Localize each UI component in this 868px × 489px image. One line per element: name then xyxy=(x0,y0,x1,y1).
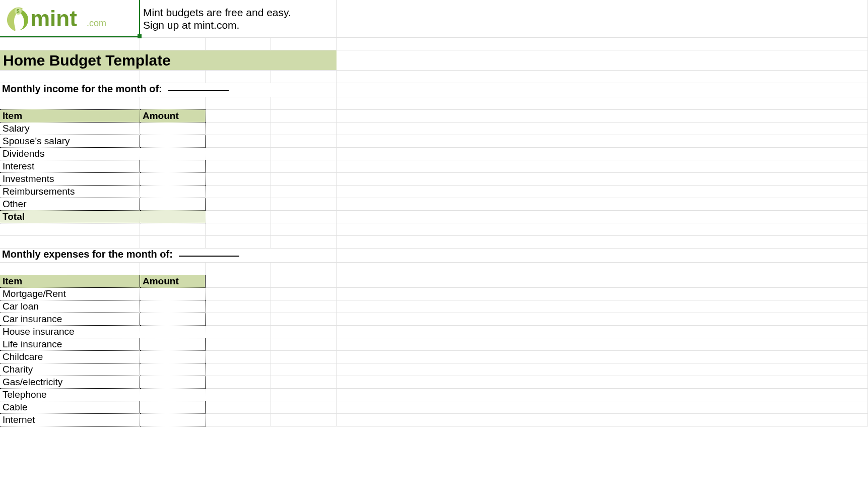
item-cell[interactable]: Life insurance xyxy=(0,338,140,351)
table-row[interactable]: Spouse's salary xyxy=(0,135,868,148)
table-header-row: ItemAmount xyxy=(0,275,868,288)
mint-logo-icon: $ mint .com xyxy=(2,3,118,33)
header-item: Item xyxy=(0,275,140,288)
amount-cell[interactable] xyxy=(140,147,206,160)
spacer-row[interactable] xyxy=(0,71,868,83)
item-cell[interactable]: Investments xyxy=(0,172,140,186)
spacer-row[interactable] xyxy=(0,223,868,236)
amount-cell[interactable] xyxy=(140,388,206,401)
header-amount: Amount xyxy=(140,275,206,288)
income-section-label: Monthly income for the month of: xyxy=(0,83,271,97)
amount-cell[interactable] xyxy=(140,325,206,338)
item-cell[interactable]: Interest xyxy=(0,160,140,173)
table-row[interactable]: Gas/electricity xyxy=(0,376,868,389)
table-row[interactable]: Internet xyxy=(0,414,868,426)
header-rest[interactable] xyxy=(337,0,868,37)
amount-cell[interactable] xyxy=(140,350,206,363)
table-row[interactable]: Charity xyxy=(0,363,868,376)
amount-cell[interactable] xyxy=(140,287,206,300)
table-row[interactable]: Childcare xyxy=(0,351,868,363)
amount-cell[interactable] xyxy=(140,376,206,389)
income-section-label-row: Monthly income for the month of: xyxy=(0,83,868,97)
amount-cell[interactable] xyxy=(140,313,206,326)
selection-handle-icon[interactable] xyxy=(138,34,142,38)
table-total-row: Total xyxy=(0,211,868,223)
spreadsheet: $ mint .com Mint budgets are free and ea… xyxy=(0,0,868,426)
table-row[interactable]: Car insurance xyxy=(0,313,868,326)
income-table: ItemAmountSalarySpouse's salaryDividends… xyxy=(0,110,868,223)
amount-cell[interactable] xyxy=(140,413,206,426)
income-month-blank[interactable] xyxy=(168,90,229,91)
spacer-row[interactable] xyxy=(0,38,868,50)
logo-cell[interactable]: $ mint .com xyxy=(0,0,140,37)
title-row: Home Budget Template xyxy=(0,50,868,71)
svg-text:mint: mint xyxy=(30,6,77,31)
total-label: Total xyxy=(0,210,140,223)
table-row[interactable]: Salary xyxy=(0,123,868,135)
page-title: Home Budget Template xyxy=(0,50,337,70)
table-row[interactable]: Mortgage/Rent xyxy=(0,288,868,300)
table-row[interactable]: Investments xyxy=(0,173,868,186)
table-row[interactable]: Dividends xyxy=(0,148,868,160)
svg-text:$: $ xyxy=(17,9,20,14)
tagline-line2: Sign up at mint.com. xyxy=(143,19,336,31)
amount-cell[interactable] xyxy=(140,198,206,211)
expenses-section-label: Monthly expenses for the month of: xyxy=(0,249,271,262)
table-row[interactable]: Reimbursements xyxy=(0,186,868,198)
tagline-line1: Mint budgets are free and easy. xyxy=(143,6,336,19)
amount-cell[interactable] xyxy=(140,160,206,173)
item-cell[interactable]: Car insurance xyxy=(0,313,140,326)
table-row[interactable]: Interest xyxy=(0,160,868,173)
income-label-text: Monthly income for the month of: xyxy=(2,83,162,95)
table-row[interactable]: Other xyxy=(0,198,868,211)
item-cell[interactable]: Dividends xyxy=(0,147,140,160)
amount-cell[interactable] xyxy=(140,363,206,376)
amount-cell[interactable] xyxy=(140,300,206,313)
amount-cell[interactable] xyxy=(140,172,206,186)
table-row[interactable]: House insurance xyxy=(0,326,868,338)
item-cell[interactable]: Mortgage/Rent xyxy=(0,287,140,300)
total-amount[interactable] xyxy=(140,210,206,223)
spacer-row[interactable] xyxy=(0,263,868,275)
item-cell[interactable]: Childcare xyxy=(0,350,140,363)
table-row[interactable]: Life insurance xyxy=(0,338,868,351)
item-cell[interactable]: Car loan xyxy=(0,300,140,313)
table-row[interactable]: Cable xyxy=(0,401,868,414)
item-cell[interactable]: Charity xyxy=(0,363,140,376)
spacer-row[interactable] xyxy=(0,97,868,110)
expenses-section-label-row: Monthly expenses for the month of: xyxy=(0,249,868,263)
table-row[interactable]: Telephone xyxy=(0,389,868,401)
expenses-label-text: Monthly expenses for the month of: xyxy=(2,249,173,260)
header-item: Item xyxy=(0,109,140,123)
table-header-row: ItemAmount xyxy=(0,110,868,123)
amount-cell[interactable] xyxy=(140,401,206,414)
amount-cell[interactable] xyxy=(140,338,206,351)
header-amount: Amount xyxy=(140,109,206,123)
item-cell[interactable]: Salary xyxy=(0,122,140,135)
item-cell[interactable]: Gas/electricity xyxy=(0,376,140,389)
spacer-row[interactable] xyxy=(0,236,868,249)
table-row[interactable]: Car loan xyxy=(0,300,868,313)
item-cell[interactable]: Cable xyxy=(0,401,140,414)
tagline-cell: Mint budgets are free and easy. Sign up … xyxy=(140,0,337,37)
item-cell[interactable]: Spouse's salary xyxy=(0,135,140,148)
amount-cell[interactable] xyxy=(140,135,206,148)
expenses-month-blank[interactable] xyxy=(179,256,239,257)
item-cell[interactable]: Other xyxy=(0,198,140,211)
item-cell[interactable]: Telephone xyxy=(0,388,140,401)
amount-cell[interactable] xyxy=(140,185,206,198)
item-cell[interactable]: House insurance xyxy=(0,325,140,338)
expenses-table: ItemAmountMortgage/RentCar loanCar insur… xyxy=(0,275,868,426)
header-row: $ mint .com Mint budgets are free and ea… xyxy=(0,0,868,38)
amount-cell[interactable] xyxy=(140,122,206,135)
item-cell[interactable]: Reimbursements xyxy=(0,185,140,198)
item-cell[interactable]: Internet xyxy=(0,413,140,426)
svg-text:.com: .com xyxy=(87,18,106,28)
